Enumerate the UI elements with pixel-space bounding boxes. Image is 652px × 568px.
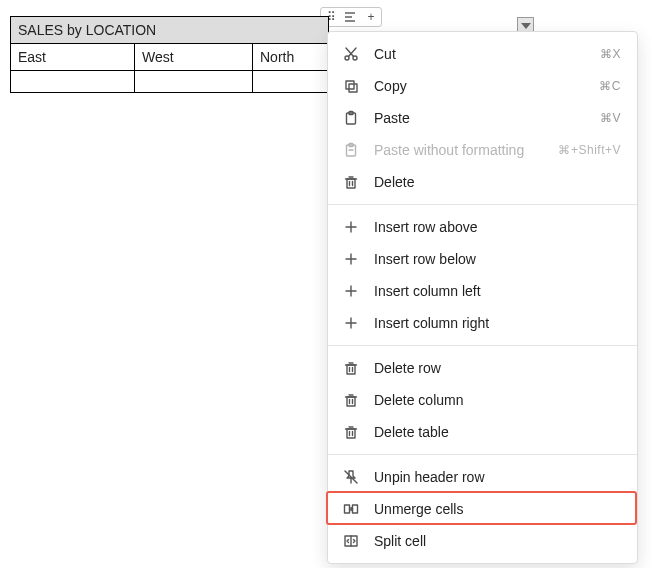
- svg-rect-28: [347, 365, 355, 374]
- menu-item-insert-row-below[interactable]: Insert row below: [328, 243, 637, 275]
- menu-item-label: Insert column right: [374, 315, 621, 331]
- plus-icon: [342, 314, 360, 332]
- menu-item-label: Paste without formatting: [374, 142, 558, 158]
- plus-icon: [342, 282, 360, 300]
- svg-rect-15: [347, 179, 355, 188]
- col-header-north[interactable]: North: [253, 44, 329, 71]
- menu-item-label: Insert row below: [374, 251, 621, 267]
- menu-item-label: Delete column: [374, 392, 621, 408]
- menu-item-shortcut: ⌘V: [600, 111, 621, 125]
- menu-item-label: Insert column left: [374, 283, 621, 299]
- menu-item-shortcut: ⌘+Shift+V: [558, 143, 621, 157]
- svg-marker-3: [521, 23, 531, 29]
- menu-item-label: Unmerge cells: [374, 501, 621, 517]
- paste-plain-icon: [342, 141, 360, 159]
- plus-icon: [342, 250, 360, 268]
- svg-rect-9: [349, 84, 357, 92]
- trash-icon: [342, 423, 360, 441]
- table-cell[interactable]: [11, 71, 135, 93]
- split-icon: [342, 532, 360, 550]
- svg-rect-38: [347, 429, 355, 438]
- table-cell[interactable]: [253, 71, 329, 93]
- lines-icon[interactable]: [343, 9, 359, 25]
- trash-icon: [342, 359, 360, 377]
- menu-separator: [328, 345, 637, 346]
- sales-table[interactable]: SALES by LOCATION East West North: [10, 16, 329, 93]
- menu-separator: [328, 204, 637, 205]
- plus-icon: [342, 218, 360, 236]
- menu-item-unpin-header-row[interactable]: Unpin header row: [328, 461, 637, 493]
- svg-rect-33: [347, 397, 355, 406]
- menu-item-cut[interactable]: Cut⌘X: [328, 38, 637, 70]
- trash-icon: [342, 173, 360, 191]
- table-cell[interactable]: [135, 71, 253, 93]
- menu-item-paste-without-formatting: Paste without formatting⌘+Shift+V: [328, 134, 637, 166]
- menu-item-label: Copy: [374, 78, 599, 94]
- menu-item-insert-row-above[interactable]: Insert row above: [328, 211, 637, 243]
- menu-item-delete-table[interactable]: Delete table: [328, 416, 637, 448]
- menu-item-unmerge-cells[interactable]: Unmerge cells: [328, 493, 637, 525]
- editor-canvas: ⠿ + SALES by LOCATION East West North Cu…: [0, 0, 652, 568]
- menu-item-copy[interactable]: Copy⌘C: [328, 70, 637, 102]
- svg-rect-46: [353, 505, 358, 513]
- table-title-cell[interactable]: SALES by LOCATION: [11, 17, 329, 44]
- paste-icon: [342, 109, 360, 127]
- menu-item-label: Delete table: [374, 424, 621, 440]
- copy-icon: [342, 77, 360, 95]
- menu-item-insert-column-left[interactable]: Insert column left: [328, 275, 637, 307]
- menu-item-delete-column[interactable]: Delete column: [328, 384, 637, 416]
- menu-item-delete-row[interactable]: Delete row: [328, 352, 637, 384]
- menu-item-shortcut: ⌘C: [599, 79, 621, 93]
- cut-icon: [342, 45, 360, 63]
- unmerge-icon: [342, 500, 360, 518]
- menu-item-label: Unpin header row: [374, 469, 621, 485]
- context-menu: Cut⌘XCopy⌘CPaste⌘VPaste without formatti…: [327, 31, 638, 564]
- menu-item-label: Paste: [374, 110, 600, 126]
- col-header-west[interactable]: West: [135, 44, 253, 71]
- trash-icon: [342, 391, 360, 409]
- menu-item-shortcut: ⌘X: [600, 47, 621, 61]
- menu-item-split-cell[interactable]: Split cell: [328, 525, 637, 557]
- menu-item-paste[interactable]: Paste⌘V: [328, 102, 637, 134]
- menu-item-label: Split cell: [374, 533, 621, 549]
- col-header-east[interactable]: East: [11, 44, 135, 71]
- menu-item-delete[interactable]: Delete: [328, 166, 637, 198]
- unpin-icon: [342, 468, 360, 486]
- table-floating-toolbar[interactable]: ⠿ +: [320, 7, 382, 27]
- menu-item-label: Cut: [374, 46, 600, 62]
- menu-item-label: Delete row: [374, 360, 621, 376]
- plus-icon[interactable]: +: [363, 9, 379, 25]
- menu-item-label: Insert row above: [374, 219, 621, 235]
- svg-rect-8: [346, 81, 354, 89]
- menu-separator: [328, 454, 637, 455]
- svg-rect-45: [345, 505, 350, 513]
- menu-item-insert-column-right[interactable]: Insert column right: [328, 307, 637, 339]
- menu-item-label: Delete: [374, 174, 621, 190]
